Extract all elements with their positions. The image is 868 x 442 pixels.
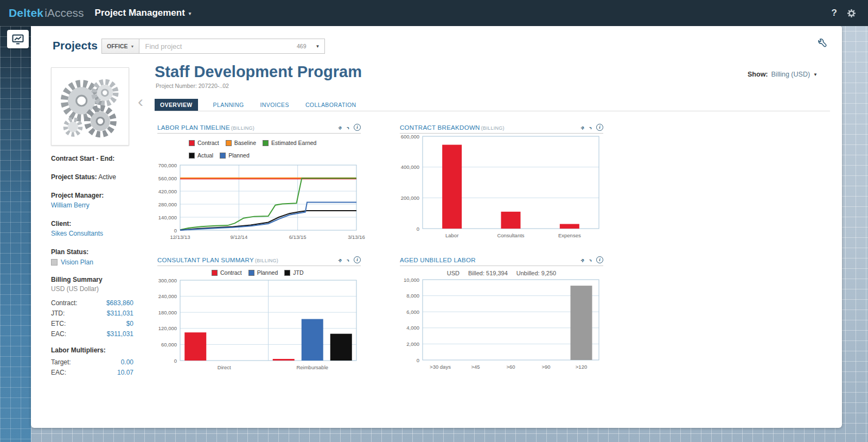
chevron-down-icon: ▾ xyxy=(189,11,192,16)
svg-text:600,000: 600,000 xyxy=(401,134,419,140)
svg-text:>45: >45 xyxy=(471,364,480,370)
show-label: Show: xyxy=(748,71,768,78)
brand-product: iAccess xyxy=(44,7,84,19)
svg-text:Direct: Direct xyxy=(218,364,231,370)
chart-title: AGED UNBILLED LABOR xyxy=(400,257,476,263)
chart-panel-header: AGED UNBILLED LABOR » › i xyxy=(400,254,603,266)
svg-text:0: 0 xyxy=(174,357,177,363)
chart-canvas: 02,0004,0006,0008,00010,000>30 days>45>6… xyxy=(400,279,603,372)
svg-text:0: 0 xyxy=(417,226,419,232)
tab-collaboration[interactable]: COLLABORATION xyxy=(304,99,358,111)
topbar-actions: ? xyxy=(832,8,859,18)
open-new-window-icon[interactable]: › xyxy=(587,257,593,263)
open-new-window-icon[interactable]: › xyxy=(344,124,350,130)
search-dropdown-icon[interactable]: ▼ xyxy=(311,44,325,49)
project-status-value: Active xyxy=(98,173,116,181)
expand-icon[interactable]: » xyxy=(579,256,586,263)
deltek-logo[interactable]: DeltekiAccess xyxy=(9,7,84,20)
gears-image xyxy=(56,72,124,141)
svg-text:420,000: 420,000 xyxy=(158,188,177,194)
tab-planning[interactable]: PLANNING xyxy=(212,99,245,111)
contract-amount-link[interactable]: $683,860 xyxy=(106,299,133,307)
tab-overview[interactable]: OVERVIEW xyxy=(155,99,198,111)
multiplier-row: EAC:10.07 xyxy=(51,369,133,376)
svg-text:200,000: 200,000 xyxy=(401,195,419,201)
scope-button[interactable]: OFFICE ▼ xyxy=(101,39,139,54)
chart-panel-consultant-plan-summary: CONSULTANT PLAN SUMMARY(BILLING) » › i C… xyxy=(157,254,361,373)
billing-row: JTD:$311,031 xyxy=(51,310,133,317)
chart-title: CONTRACT BREAKDOWN(BILLING) xyxy=(400,124,505,131)
tab-invoices[interactable]: INVOICES xyxy=(259,99,290,111)
project-thumbnail[interactable] xyxy=(51,67,129,146)
svg-text:>60: >60 xyxy=(506,364,515,370)
chart-title: LABOR PLAN TIMELINE(BILLING) xyxy=(157,124,254,131)
projects-dashboard-icon[interactable] xyxy=(7,30,29,48)
eac-multiplier-link[interactable]: 10.07 xyxy=(117,369,133,376)
svg-text:400,000: 400,000 xyxy=(401,164,419,170)
find-project-input[interactable] xyxy=(139,42,297,50)
expand-icon[interactable]: » xyxy=(579,124,586,131)
svg-text:8,000: 8,000 xyxy=(406,293,419,299)
vision-plan-link[interactable]: Vision Plan xyxy=(61,258,93,266)
chart-panel-contract-breakdown: CONTRACT BREAKDOWN(BILLING) » › i 0200,0… xyxy=(400,122,603,241)
svg-text:0: 0 xyxy=(174,228,177,233)
help-icon[interactable]: ? xyxy=(832,8,837,18)
etc-amount-link[interactable]: $0 xyxy=(126,320,133,327)
svg-text:60,000: 60,000 xyxy=(161,341,177,347)
project-title: Staff Development Program xyxy=(155,63,362,81)
jtd-amount-link[interactable]: $311,031 xyxy=(107,310,133,317)
svg-text:Consultants: Consultants xyxy=(497,232,524,238)
settings-gear-icon[interactable] xyxy=(847,9,856,18)
open-new-window-icon[interactable]: › xyxy=(587,124,593,130)
target-multiplier-link[interactable]: 0.00 xyxy=(121,358,133,366)
svg-text:120,000: 120,000 xyxy=(158,325,177,331)
info-icon[interactable]: i xyxy=(596,124,603,131)
chevron-down-icon: ▼ xyxy=(813,72,818,77)
topbar: DeltekiAccess Project Management ▾ ? xyxy=(0,0,868,26)
show-selector[interactable]: Show: Billing (USD) ▼ xyxy=(748,71,818,78)
plan-status-label: Plan Status: xyxy=(51,248,133,256)
main-card: Projects OFFICE ▼ 469 ▼ xyxy=(31,26,842,428)
expand-icon[interactable]: » xyxy=(336,124,343,131)
left-rail xyxy=(0,26,31,442)
billing-row: EAC:$311,031 xyxy=(51,330,133,338)
svg-text:Labor: Labor xyxy=(445,232,458,238)
project-tabs: OVERVIEW PLANNING INVOICES COLLABORATION xyxy=(155,97,830,111)
svg-text:Expenses: Expenses xyxy=(558,232,581,238)
info-icon[interactable]: i xyxy=(354,124,361,131)
svg-text:2,000: 2,000 xyxy=(406,341,419,347)
svg-text:10,000: 10,000 xyxy=(404,277,419,283)
open-new-window-icon[interactable]: › xyxy=(344,257,350,263)
project-status-label: Project Status: xyxy=(51,173,97,181)
collapse-panel-chevron[interactable]: ‹ xyxy=(138,93,143,110)
app-switcher[interactable]: Project Management ▾ xyxy=(95,8,192,18)
info-icon[interactable]: i xyxy=(354,256,361,263)
chart-panel-aged-unbilled-labor: AGED UNBILLED LABOR » › i USDBilled: 519… xyxy=(400,254,603,372)
info-icon[interactable]: i xyxy=(596,256,603,263)
labor-multipliers-label: Labor Multipliers: xyxy=(51,346,133,354)
app-name: Project Management xyxy=(95,8,185,18)
tools-wrench-icon[interactable] xyxy=(816,38,828,51)
svg-text:140,000: 140,000 xyxy=(158,214,177,220)
chart-title: CONSULTANT PLAN SUMMARY(BILLING) xyxy=(157,257,278,263)
expand-icon[interactable]: » xyxy=(336,256,343,263)
eac-amount-link[interactable]: $311,031 xyxy=(107,330,133,338)
billing-summary-label: Billing Summary xyxy=(51,276,133,283)
show-value: Billing (USD) xyxy=(771,71,810,78)
svg-text:9/12/14: 9/12/14 xyxy=(230,234,247,240)
svg-text:300,000: 300,000 xyxy=(158,277,177,283)
billing-row: ETC:$0 xyxy=(51,320,133,327)
client-link[interactable]: Sikes Consultants xyxy=(51,230,103,237)
svg-text:>120: >120 xyxy=(576,364,587,370)
chart-panel-header: CONTRACT BREAKDOWN(BILLING) » › i xyxy=(400,122,603,134)
search-box: 469 ▼ xyxy=(139,39,325,54)
vision-plan-checkbox[interactable] xyxy=(51,259,58,266)
chart-canvas: 0140,000280,000420,000560,000700,00012/1… xyxy=(157,165,361,243)
svg-text:6,000: 6,000 xyxy=(406,309,419,315)
svg-text:6/13/15: 6/13/15 xyxy=(289,234,307,240)
svg-text:700,000: 700,000 xyxy=(158,162,177,168)
page-title: Projects xyxy=(53,39,98,52)
project-manager-link[interactable]: William Berry xyxy=(51,201,90,209)
svg-text:240,000: 240,000 xyxy=(158,293,177,299)
multiplier-row: Target:0.00 xyxy=(51,358,133,366)
